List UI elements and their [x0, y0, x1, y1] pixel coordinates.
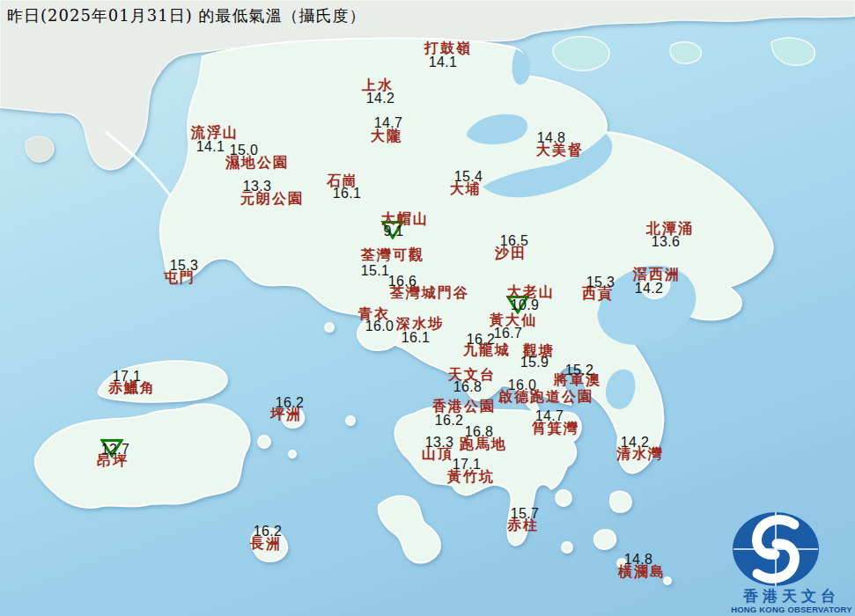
station-name: 屯門: [164, 271, 195, 285]
station-value: 17.1: [453, 458, 481, 472]
station-name: 流浮山: [191, 126, 239, 140]
station-name: 大美督: [536, 143, 584, 158]
station-value: 15.4: [454, 170, 483, 184]
station-name: 長洲: [250, 537, 282, 551]
station-value: 14.1: [429, 55, 457, 70]
station-value: 17.1: [113, 370, 141, 384]
station-value: 13.3: [425, 436, 453, 450]
station-value: 14.1: [196, 140, 225, 154]
station-value: 16.2: [276, 396, 304, 410]
station-value: 16.2: [467, 333, 495, 347]
station-value: 15.1: [361, 264, 389, 278]
hko-min-temperature-map: 昨日(2025年01月31日) 的最低氣溫（攝氏度） 打鼓嶺14.1上水14.2…: [0, 0, 855, 616]
station-value: 16.8: [465, 425, 493, 439]
hko-logo: 香港天文台 HONG KONG OBSERVATORY: [730, 510, 853, 614]
station-name: 大隴: [371, 129, 402, 143]
station-value: 16.2: [254, 524, 282, 539]
station-value: 15.3: [170, 259, 198, 273]
station-value: 9.1: [383, 224, 403, 238]
station-value: 15.9: [520, 356, 549, 370]
station-value: 13.3: [243, 180, 271, 194]
station-name: 橫瀾島: [618, 565, 666, 579]
station-labels-layer: 打鼓嶺14.1上水14.2大隴14.7大美督14.8流浮山14.1濕地公園15.…: [0, 0, 855, 616]
station-value: 16.0: [365, 319, 394, 334]
station-value: 16.6: [388, 275, 416, 289]
station-value: 14.8: [537, 131, 565, 145]
station-value: 14.7: [535, 409, 564, 423]
station-value: 16.2: [435, 414, 463, 428]
station-value: 14.2: [366, 92, 394, 106]
station-value: 14.7: [374, 116, 402, 130]
station-value: 14.2: [621, 436, 649, 450]
station-value: 16.8: [453, 380, 482, 394]
station-value: 13.6: [652, 235, 680, 249]
station-name: 深水埗: [396, 317, 444, 331]
station-name: 荃灣可觀: [361, 248, 424, 262]
station-value: 10.9: [511, 298, 539, 312]
station-name: 元朗公園: [240, 192, 304, 206]
station-value: 16.1: [402, 331, 430, 345]
station-value: 14.8: [624, 553, 652, 567]
station-name: 香港公園: [432, 400, 496, 414]
station-value: 14.2: [635, 282, 663, 296]
station-name: 筲箕灣: [532, 422, 579, 436]
station-value: 16.5: [500, 234, 528, 248]
station-name: 濕地公園: [225, 156, 289, 170]
station-value: 12.7: [101, 443, 129, 457]
station-name: 沙田: [495, 246, 527, 260]
station-value: 16.7: [494, 326, 522, 341]
station-value: 15.0: [230, 143, 258, 158]
station-name: 黃竹坑: [447, 470, 495, 484]
station-name: 跑馬地: [460, 437, 507, 451]
station-value: 16.1: [333, 187, 361, 201]
station-name: 滘西洲: [633, 268, 681, 282]
station-value: 15.3: [586, 275, 615, 290]
hko-logo-icon: [730, 510, 822, 588]
station-value: 16.0: [508, 378, 536, 392]
station-name: 大埔: [450, 182, 482, 196]
station-value: 15.7: [511, 507, 539, 521]
station-name: 打鼓嶺: [424, 41, 472, 55]
hko-logo-english: HONG KONG OBSERVATORY: [730, 605, 853, 614]
hko-logo-chinese: 香港天文台: [730, 588, 853, 605]
station-value: 15.2: [565, 363, 593, 378]
